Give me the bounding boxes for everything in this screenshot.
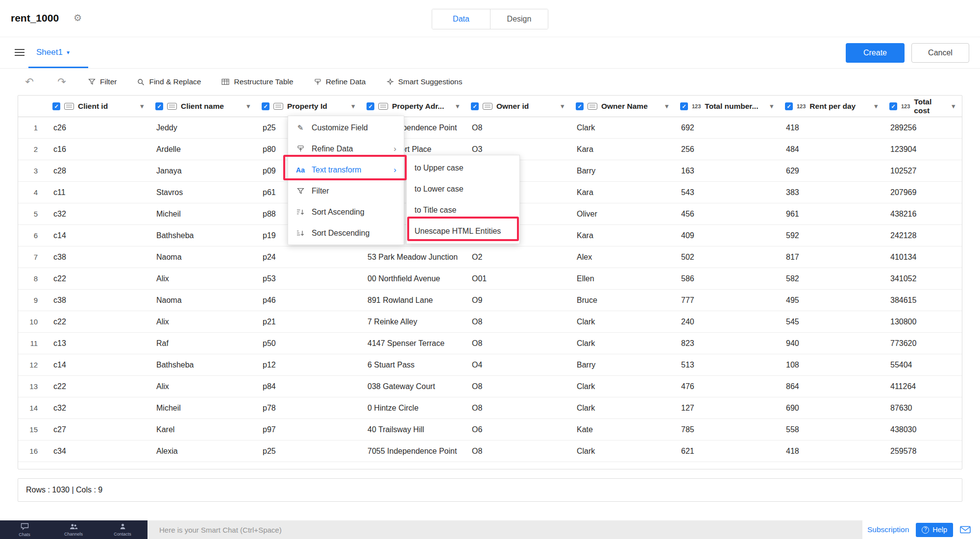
cell-rent-per-day[interactable]: 383 xyxy=(780,188,884,197)
cell-total-cost[interactable]: 410134 xyxy=(884,253,962,262)
menu-item-refine-data[interactable]: Refine Data› xyxy=(288,138,404,159)
menu-item-customize-field[interactable]: ✎Customize Field xyxy=(288,117,404,138)
column-menu-caret-icon[interactable]: ▾ xyxy=(456,102,461,110)
cell-client-id[interactable]: c16 xyxy=(48,145,150,154)
cell-total-number[interactable]: 476 xyxy=(675,382,780,391)
dock-item-channels[interactable]: Channels xyxy=(49,520,98,539)
cell-client-id[interactable]: c28 xyxy=(48,167,150,175)
cell-owner-name[interactable]: Clark xyxy=(571,339,675,348)
cell-total-cost[interactable]: 438030 xyxy=(884,425,962,434)
column-checkbox[interactable]: ✓ xyxy=(785,102,793,110)
tab-design[interactable]: Design xyxy=(490,9,548,29)
dock-item-contacts[interactable]: Contacts xyxy=(98,520,147,539)
cell-client-name[interactable]: Alexia xyxy=(150,447,257,456)
cell-owner-name[interactable]: Barry xyxy=(571,361,675,369)
cell-client-name[interactable]: Alix xyxy=(150,382,257,391)
menu-item-sort-ascending[interactable]: Sort Ascending xyxy=(288,201,404,222)
cell-rent-per-day[interactable]: 496 xyxy=(780,468,884,470)
cell-client-id[interactable]: c30 xyxy=(48,468,150,470)
cell-owner-name[interactable]: Ellen xyxy=(571,274,675,283)
cell-total-cost[interactable]: 411264 xyxy=(884,382,962,391)
cell-owner-name[interactable]: Clark xyxy=(571,447,675,456)
create-button[interactable]: Create xyxy=(846,43,905,63)
cell-property-id[interactable]: p24 xyxy=(257,253,362,262)
cell-owner-name[interactable]: Kate xyxy=(571,425,675,434)
cell-rent-per-day[interactable]: 817 xyxy=(780,253,884,262)
cell-client-name[interactable]: Alix xyxy=(150,274,257,283)
submenu-item-unescape-html-entities[interactable]: Unescape HTML Entities xyxy=(407,220,519,242)
cell-total-cost[interactable]: 773620 xyxy=(884,339,962,348)
cell-rent-per-day[interactable]: 418 xyxy=(780,447,884,456)
cell-client-name[interactable]: Alix xyxy=(150,318,257,326)
column-checkbox[interactable]: ✓ xyxy=(155,102,163,110)
cell-total-number[interactable]: 502 xyxy=(675,253,780,262)
column-menu-caret-icon[interactable]: ▾ xyxy=(140,102,146,110)
column-header-client-id[interactable]: ✓Client id▾ xyxy=(48,96,150,117)
cell-owner-name[interactable]: Barry xyxy=(571,167,675,175)
cell-client-id[interactable]: c22 xyxy=(48,274,150,283)
cell-owner-id[interactable]: O8 xyxy=(466,339,571,348)
cell-rent-per-day[interactable]: 558 xyxy=(780,425,884,434)
dock-item-chats[interactable]: Chats xyxy=(0,520,49,539)
cell-rent-per-day[interactable]: 629 xyxy=(780,167,884,175)
cell-owner-id[interactable]: O8 xyxy=(466,382,571,391)
cell-property-id[interactable]: p25 xyxy=(257,447,362,456)
cell-rent-per-day[interactable]: 484 xyxy=(780,145,884,154)
cell-property-id[interactable]: p97 xyxy=(257,425,362,434)
cell-owner-name[interactable]: Kara xyxy=(571,188,675,197)
cell-property-adr[interactable]: 53 Park Meadow Junction xyxy=(362,253,466,262)
cell-total-cost[interactable]: 152768 xyxy=(884,468,962,470)
cell-property-adr[interactable]: 7055 Independence Point xyxy=(362,447,466,456)
cell-client-id[interactable]: c32 xyxy=(48,404,150,413)
cell-total-cost[interactable]: 130800 xyxy=(884,318,962,326)
menu-item-filter[interactable]: Filter xyxy=(288,180,404,201)
cell-owner-name[interactable]: Kara xyxy=(571,145,675,154)
toolbar-smart-suggestions[interactable]: Smart Suggestions xyxy=(387,77,463,86)
cell-owner-id[interactable]: O8 xyxy=(466,318,571,326)
cell-property-adr[interactable]: 891 Rowland Lane xyxy=(362,296,466,305)
cell-property-id[interactable]: p63 xyxy=(257,468,362,470)
cell-total-cost[interactable]: 289256 xyxy=(884,123,962,132)
cell-total-cost[interactable]: 123904 xyxy=(884,145,962,154)
column-menu-caret-icon[interactable]: ▾ xyxy=(770,102,775,110)
cell-client-id[interactable]: c14 xyxy=(48,361,150,369)
column-menu-caret-icon[interactable]: ▾ xyxy=(952,102,957,110)
menu-item-sort-descending[interactable]: Sort Descending xyxy=(288,222,404,244)
column-menu-caret-icon[interactable]: ▾ xyxy=(561,102,566,110)
cell-property-id[interactable]: p21 xyxy=(257,318,362,326)
cell-owner-id[interactable]: O2 xyxy=(466,253,571,262)
cell-owner-id[interactable]: O8 xyxy=(466,123,571,132)
cell-client-id[interactable]: c22 xyxy=(48,382,150,391)
cell-client-id[interactable]: c32 xyxy=(48,210,150,219)
gear-icon[interactable]: ⚙ xyxy=(74,12,82,24)
column-checkbox[interactable]: ✓ xyxy=(262,102,270,110)
toolbar-filter[interactable]: Filter xyxy=(88,77,117,86)
column-menu-caret-icon[interactable]: ▾ xyxy=(665,102,670,110)
cell-client-id[interactable]: c27 xyxy=(48,425,150,434)
submenu-item-to-lower-case[interactable]: to Lower case xyxy=(407,178,519,199)
column-header-property-id[interactable]: ✓Property Id▾ xyxy=(257,96,362,117)
cell-client-name[interactable]: Naoma xyxy=(150,296,257,305)
undo-button[interactable]: ↶ xyxy=(24,76,35,88)
redo-button[interactable]: ↷ xyxy=(56,76,68,88)
cell-total-number[interactable]: 543 xyxy=(675,188,780,197)
cell-property-id[interactable]: p53 xyxy=(257,274,362,283)
cell-total-number[interactable]: 586 xyxy=(675,274,780,283)
submenu-item-to-title-case[interactable]: to Title case xyxy=(407,199,519,220)
cell-client-id[interactable]: c14 xyxy=(48,231,150,240)
cell-owner-id[interactable]: O3 xyxy=(466,145,571,154)
cell-owner-id[interactable]: O1 xyxy=(466,468,571,470)
cell-property-adr[interactable]: 4147 Spenser Terrace xyxy=(362,339,466,348)
help-button[interactable]: ? Help xyxy=(916,523,953,537)
cell-owner-name[interactable]: Kara xyxy=(571,468,675,470)
cell-client-id[interactable]: c34 xyxy=(48,447,150,456)
cell-total-number[interactable]: 240 xyxy=(675,318,780,326)
cell-total-number[interactable]: 127 xyxy=(675,404,780,413)
cell-total-cost[interactable]: 242128 xyxy=(884,231,962,240)
cell-total-number[interactable]: 256 xyxy=(675,145,780,154)
column-checkbox[interactable]: ✓ xyxy=(471,102,479,110)
cell-property-id[interactable]: p50 xyxy=(257,339,362,348)
cell-property-adr[interactable]: 7 Reinke Alley xyxy=(362,318,466,326)
column-checkbox[interactable]: ✓ xyxy=(367,102,374,110)
cell-rent-per-day[interactable]: 108 xyxy=(780,361,884,369)
